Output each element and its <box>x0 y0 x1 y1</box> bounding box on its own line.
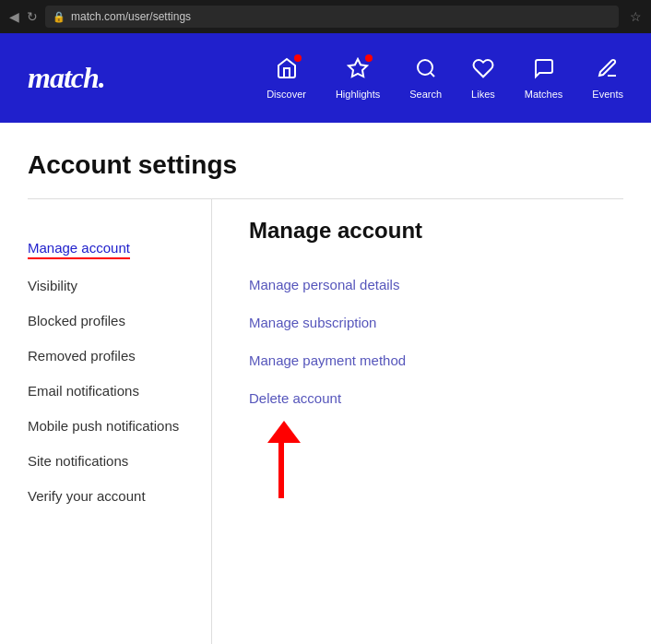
highlights-icon <box>347 57 369 85</box>
sidebar-item-wrapper-verify-account: Verify your account <box>28 479 211 514</box>
settings-layout: Manage account Visibility Blocked profil… <box>28 199 623 644</box>
refresh-button[interactable]: ↻ <box>27 9 38 24</box>
likes-icon <box>472 57 494 85</box>
panel-title: Manage account <box>249 218 586 244</box>
manage-payment-method-link[interactable]: Manage payment method <box>249 341 586 379</box>
nav-item-highlights[interactable]: Highlights <box>336 57 380 100</box>
annotation-arrow <box>249 421 586 498</box>
sidebar-item-wrapper-mobile-push: Mobile push notifications <box>28 409 211 444</box>
events-label: Events <box>592 89 623 100</box>
nav-item-search[interactable]: Search <box>409 57 442 100</box>
delete-account-link[interactable]: Delete account <box>249 379 586 417</box>
bookmark-icon[interactable]: ☆ <box>630 9 642 24</box>
sidebar: Manage account Visibility Blocked profil… <box>28 199 212 644</box>
matches-label: Matches <box>525 89 563 100</box>
search-label: Search <box>409 89 442 100</box>
sidebar-item-wrapper-blocked-profiles: Blocked profiles <box>28 304 211 339</box>
highlights-label: Highlights <box>336 89 380 100</box>
main-panel: Manage account Manage personal details M… <box>212 199 623 644</box>
sidebar-item-wrapper-email-notifications: Email notifications <box>28 374 211 409</box>
search-icon <box>415 57 437 85</box>
manage-personal-details-link[interactable]: Manage personal details <box>249 266 586 304</box>
nav-item-discover[interactable]: Discover <box>266 57 306 100</box>
discover-icon <box>276 57 298 85</box>
discover-label: Discover <box>266 89 306 100</box>
nav-item-matches[interactable]: Matches <box>525 57 563 100</box>
discover-badge <box>294 54 302 62</box>
url-bar[interactable]: 🔒 match.com/user/settings <box>45 6 619 28</box>
sidebar-item-wrapper-removed-profiles: Removed profiles <box>28 339 211 374</box>
browser-chrome: ◀ ↻ 🔒 match.com/user/settings ☆ <box>0 0 651 33</box>
sidebar-item-wrapper-manage-account: Manage account <box>28 218 211 268</box>
events-icon <box>597 57 619 85</box>
sidebar-item-wrapper-site-notifications: Site notifications <box>28 444 211 479</box>
likes-label: Likes <box>471 89 495 100</box>
svg-marker-0 <box>349 59 367 77</box>
highlights-badge <box>365 54 373 62</box>
nav-item-likes[interactable]: Likes <box>471 57 495 100</box>
lock-icon: 🔒 <box>53 11 65 23</box>
svg-point-1 <box>418 60 432 75</box>
sidebar-item-manage-account[interactable]: Manage account <box>28 227 130 259</box>
nav-items: Discover Highlights Search <box>266 57 623 100</box>
nav-item-events[interactable]: Events <box>592 57 623 100</box>
url-text: match.com/user/settings <box>71 10 191 23</box>
page-title: Account settings <box>28 150 623 180</box>
back-button[interactable]: ◀ <box>9 9 19 24</box>
arrow-shaft <box>278 443 284 498</box>
logo[interactable]: match. <box>28 61 105 95</box>
matches-icon <box>533 57 555 85</box>
svg-line-2 <box>430 72 433 76</box>
arrow-head <box>267 421 301 443</box>
main-content: Account settings Manage account Visibili… <box>0 123 651 644</box>
sidebar-item-verify-account[interactable]: Verify your account <box>28 475 146 517</box>
navbar: match. Discover Highlights <box>0 33 651 123</box>
sidebar-item-wrapper-visibility: Visibility <box>28 268 211 304</box>
manage-subscription-link[interactable]: Manage subscription <box>249 304 586 341</box>
